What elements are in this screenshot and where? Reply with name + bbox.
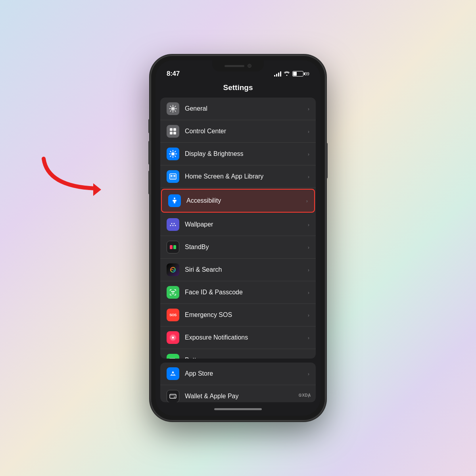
settings-row-faceid[interactable]: Face ID & Passcode › bbox=[160, 281, 316, 304]
svg-rect-17 bbox=[171, 175, 173, 177]
status-time: 8:47 bbox=[167, 70, 180, 78]
battery-percent: 39 bbox=[305, 71, 309, 76]
siri-label: Siri & Search bbox=[185, 266, 308, 273]
svg-rect-3 bbox=[170, 128, 173, 131]
settings-group-1: General › Control Center › bbox=[160, 98, 316, 359]
standby-icon bbox=[167, 241, 179, 253]
sos-icon: SOS bbox=[167, 309, 179, 321]
general-chevron: › bbox=[308, 106, 309, 112]
battery-chevron: › bbox=[308, 357, 309, 359]
home-screen-chevron: › bbox=[308, 174, 309, 180]
settings-row-home-screen[interactable]: Home Screen & App Library › bbox=[160, 165, 316, 188]
svg-rect-40 bbox=[174, 397, 175, 397]
svg-point-7 bbox=[171, 152, 175, 155]
display-label: Display & Brightness bbox=[185, 150, 308, 157]
settings-group-2: App Store › Wallet & Apple Pay › bbox=[160, 363, 316, 402]
settings-row-appstore[interactable]: App Store › bbox=[160, 363, 316, 385]
wallet-icon bbox=[167, 390, 179, 402]
svg-rect-19 bbox=[171, 178, 175, 178]
wallpaper-label: Wallpaper bbox=[185, 221, 308, 228]
home-indicator bbox=[155, 402, 321, 416]
home-screen-icon bbox=[167, 170, 179, 183]
svg-rect-18 bbox=[173, 175, 175, 177]
settings-row-siri[interactable]: Siri & Search › bbox=[160, 259, 316, 281]
wallpaper-icon bbox=[167, 218, 179, 231]
power-button bbox=[326, 143, 328, 178]
svg-marker-0 bbox=[93, 183, 101, 196]
svg-point-30 bbox=[174, 291, 175, 292]
svg-point-22 bbox=[174, 223, 175, 224]
settings-row-control-center[interactable]: Control Center › bbox=[160, 120, 316, 143]
exposure-chevron: › bbox=[308, 335, 309, 341]
wifi-icon bbox=[284, 71, 290, 77]
volume-mute-button bbox=[148, 119, 150, 133]
svg-point-1 bbox=[172, 108, 174, 110]
sos-label: Emergency SOS bbox=[185, 311, 308, 319]
control-center-label: Control Center bbox=[185, 128, 308, 135]
arrow-annotation bbox=[32, 155, 143, 210]
accessibility-label: Accessibility bbox=[186, 197, 306, 204]
wallet-label: Wallet & Apple Pay bbox=[185, 393, 308, 400]
svg-line-12 bbox=[170, 151, 171, 152]
sos-chevron: › bbox=[308, 312, 309, 318]
speaker-grille bbox=[225, 65, 244, 67]
settings-row-general[interactable]: General › bbox=[160, 98, 316, 120]
phone-screen: 8:47 bbox=[155, 60, 321, 416]
standby-label: StandBy bbox=[185, 244, 308, 251]
svg-rect-39 bbox=[170, 395, 176, 396]
phone-shell: 8:47 bbox=[151, 56, 325, 420]
settings-scroll: General › Control Center › bbox=[155, 98, 321, 402]
svg-point-24 bbox=[170, 225, 171, 226]
svg-line-13 bbox=[175, 156, 176, 157]
faceid-chevron: › bbox=[308, 290, 309, 296]
settings-row-exposure[interactable]: Exposure Notifications › bbox=[160, 326, 316, 349]
display-icon bbox=[167, 148, 179, 160]
settings-row-wallet[interactable]: Wallet & Apple Pay › bbox=[160, 385, 316, 402]
page-title: Settings bbox=[155, 80, 321, 98]
general-icon bbox=[167, 102, 179, 115]
wallpaper-chevron: › bbox=[308, 222, 309, 228]
home-bar bbox=[214, 408, 262, 410]
svg-rect-27 bbox=[173, 245, 176, 249]
siri-chevron: › bbox=[308, 267, 309, 273]
signal-icon bbox=[274, 71, 281, 77]
siri-icon bbox=[167, 263, 179, 276]
svg-point-21 bbox=[171, 223, 173, 224]
settings-row-battery[interactable]: Battery › bbox=[160, 349, 316, 359]
exposure-icon bbox=[167, 331, 179, 344]
settings-row-standby[interactable]: StandBy › bbox=[160, 236, 316, 259]
appstore-label: App Store bbox=[185, 370, 308, 377]
battery-icon bbox=[292, 71, 303, 77]
accessibility-icon bbox=[168, 194, 181, 207]
svg-rect-6 bbox=[173, 132, 176, 134]
general-label: General bbox=[185, 105, 308, 112]
appstore-icon bbox=[167, 367, 179, 380]
svg-point-25 bbox=[175, 225, 176, 226]
settings-row-sos[interactable]: SOS Emergency SOS › bbox=[160, 304, 316, 326]
svg-rect-26 bbox=[170, 245, 173, 249]
volume-up-button bbox=[148, 141, 150, 165]
notch bbox=[212, 60, 264, 71]
svg-rect-38 bbox=[170, 394, 176, 398]
front-camera bbox=[248, 64, 251, 68]
settings-row-display[interactable]: Display & Brightness › bbox=[160, 143, 316, 165]
svg-point-20 bbox=[174, 198, 175, 199]
settings-row-accessibility[interactable]: Accessibility › bbox=[161, 189, 315, 213]
appstore-chevron: › bbox=[308, 371, 309, 377]
faceid-label: Face ID & Passcode bbox=[185, 289, 308, 296]
faceid-icon bbox=[167, 286, 179, 299]
battery-indicator: 39 bbox=[292, 71, 309, 77]
svg-rect-4 bbox=[173, 128, 176, 131]
xda-watermark: ①XDA bbox=[298, 393, 311, 397]
display-chevron: › bbox=[308, 151, 309, 157]
svg-line-15 bbox=[170, 156, 171, 157]
svg-rect-5 bbox=[170, 132, 173, 134]
accessibility-chevron: › bbox=[306, 198, 308, 204]
home-screen-label: Home Screen & App Library bbox=[185, 173, 308, 180]
svg-line-14 bbox=[175, 151, 176, 152]
control-center-chevron: › bbox=[308, 129, 309, 134]
status-icons: 39 bbox=[274, 71, 309, 77]
settings-row-wallpaper[interactable]: Wallpaper › bbox=[160, 213, 316, 236]
standby-chevron: › bbox=[308, 244, 309, 250]
battery-icon bbox=[167, 354, 179, 359]
